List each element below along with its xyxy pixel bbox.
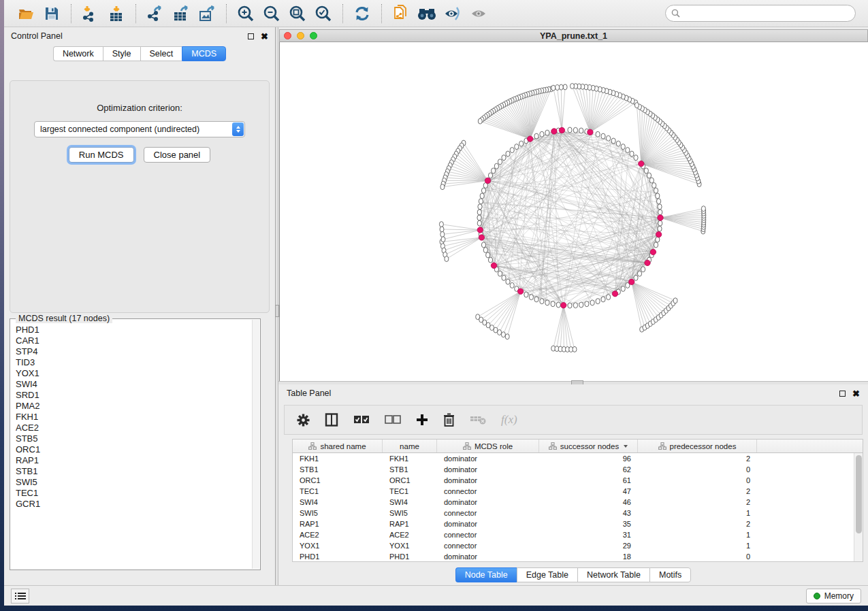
ring-node[interactable] — [510, 148, 514, 153]
mcds-list-scrollbar[interactable] — [252, 320, 259, 569]
ring-node[interactable] — [596, 299, 600, 304]
ring-node[interactable] — [502, 155, 506, 161]
leaf-node[interactable] — [556, 85, 560, 90]
table-row[interactable]: ACE2ACE2connector311 — [293, 529, 854, 540]
tab-mcds[interactable]: MCDS — [182, 46, 226, 61]
ring-node[interactable] — [579, 128, 583, 133]
ring-node[interactable] — [479, 199, 483, 204]
ring-node[interactable] — [534, 133, 539, 139]
ring-node[interactable] — [654, 242, 658, 248]
search-input[interactable] — [680, 9, 850, 18]
function-builder-button[interactable]: f(x) — [501, 413, 517, 427]
leaf-node[interactable] — [559, 84, 563, 90]
show-all-button[interactable] — [468, 3, 489, 24]
leaf-node[interactable] — [445, 257, 449, 262]
tab-select[interactable]: Select — [140, 46, 182, 61]
ring-node[interactable] — [607, 135, 611, 141]
ring-node[interactable] — [506, 279, 510, 284]
ring-node[interactable] — [529, 295, 533, 300]
table-settings-button[interactable] — [297, 414, 310, 427]
table-row[interactable]: FKH1FKH1dominator962 — [293, 453, 854, 464]
ring-node[interactable] — [568, 127, 572, 133]
leaf-node[interactable] — [505, 334, 509, 340]
leaf-node[interactable] — [439, 222, 443, 227]
deselect-all-button[interactable] — [385, 415, 401, 425]
leaf-node[interactable] — [441, 237, 445, 242]
ring-node[interactable] — [494, 163, 498, 169]
show-columns-button[interactable] — [325, 413, 338, 427]
ring-node[interactable] — [590, 300, 594, 306]
open-session-button[interactable] — [15, 3, 37, 24]
leaf-node[interactable] — [494, 327, 498, 333]
ring-node[interactable] — [506, 151, 510, 156]
create-column-button[interactable] — [416, 414, 428, 426]
ring-node[interactable] — [621, 144, 625, 150]
dominator-node[interactable] — [559, 127, 564, 133]
ring-node[interactable] — [579, 302, 583, 308]
mcds-result-item[interactable]: GCR1 — [16, 499, 252, 510]
tab-node-table[interactable]: Node Table — [455, 567, 517, 582]
save-session-button[interactable] — [41, 3, 63, 24]
dominator-node[interactable] — [645, 260, 650, 265]
optimization-criterion-select[interactable]: largest connected component (undirected) — [34, 121, 245, 137]
mcds-result-item[interactable]: CAR1 — [16, 335, 252, 346]
tab-network-table[interactable]: Network Table — [577, 567, 649, 582]
table-row[interactable]: YOX1YOX1connector291 — [293, 540, 854, 551]
mcds-result-item[interactable]: STB5 — [16, 433, 252, 444]
ring-node[interactable] — [481, 188, 485, 193]
ring-node[interactable] — [658, 204, 662, 210]
show-panels-button[interactable] — [11, 589, 29, 604]
export-network-button[interactable] — [144, 3, 166, 24]
leaf-node[interactable] — [498, 330, 502, 335]
ring-node[interactable] — [585, 301, 589, 307]
ring-node[interactable] — [611, 138, 615, 144]
mcds-result-item[interactable]: YOX1 — [16, 368, 252, 379]
mcds-result-item[interactable]: ORC1 — [16, 444, 252, 455]
ring-node[interactable] — [477, 210, 481, 215]
ring-node[interactable] — [573, 303, 577, 308]
dominator-node[interactable] — [650, 249, 656, 254]
column-header-name[interactable]: name — [383, 440, 437, 452]
ring-node[interactable] — [658, 220, 662, 226]
leaf-node[interactable] — [551, 85, 556, 90]
network-window-titlebar[interactable]: YPA_prune.txt_1 — [279, 29, 868, 42]
dominator-node[interactable] — [491, 263, 496, 268]
ring-node[interactable] — [654, 188, 658, 193]
leaf-node[interactable] — [570, 84, 575, 89]
import-table-button[interactable] — [106, 3, 127, 24]
mcds-result-item[interactable]: SWI5 — [16, 477, 252, 488]
ring-node[interactable] — [634, 155, 638, 161]
ring-node[interactable] — [656, 237, 660, 242]
leaf-node[interactable] — [563, 84, 567, 90]
ring-node[interactable] — [486, 252, 490, 258]
mcds-result-item[interactable]: PHD1 — [16, 325, 252, 335]
dominator-node[interactable] — [477, 227, 483, 233]
export-table-button[interactable] — [170, 3, 192, 24]
zoom-selected-button[interactable] — [312, 3, 334, 24]
leaf-node[interactable] — [673, 298, 677, 303]
table-row[interactable]: PHD1PHD1dominator180 — [293, 551, 854, 561]
ring-node[interactable] — [601, 297, 605, 302]
ring-node[interactable] — [568, 303, 572, 308]
ring-node[interactable] — [545, 300, 549, 306]
memory-button[interactable]: Memory — [806, 589, 861, 604]
ring-node[interactable] — [524, 292, 528, 297]
ring-node[interactable] — [502, 275, 506, 280]
ring-node[interactable] — [510, 282, 514, 288]
close-panel-icon[interactable]: ✖ — [261, 32, 268, 41]
first-neighbors-button[interactable] — [416, 3, 438, 24]
ring-node[interactable] — [626, 148, 630, 153]
import-network-button[interactable] — [80, 3, 101, 24]
mcds-result-item[interactable]: STB1 — [16, 466, 252, 477]
leaf-node[interactable] — [634, 103, 639, 108]
ring-node[interactable] — [551, 301, 555, 307]
ring-node[interactable] — [480, 193, 484, 199]
dominator-node[interactable] — [612, 291, 617, 297]
mcds-result-item[interactable]: FKH1 — [16, 412, 252, 423]
leaf-node[interactable] — [440, 231, 445, 237]
run-mcds-button[interactable]: Run MCDS — [69, 147, 134, 163]
export-image-button[interactable] — [196, 3, 218, 24]
zoom-out-button[interactable] — [261, 3, 283, 24]
column-header-successor-nodes[interactable]: successor nodes — [539, 440, 638, 452]
dominator-node[interactable] — [551, 129, 557, 134]
